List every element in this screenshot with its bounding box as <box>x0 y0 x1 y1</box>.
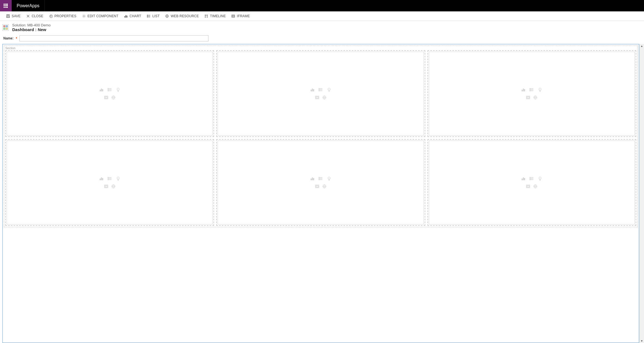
svg-rect-8 <box>127 16 128 17</box>
waffle-icon <box>4 4 8 8</box>
edit-component-button[interactable]: EDIT COMPONENT <box>79 11 121 21</box>
page-title: Dashboard : New <box>12 27 51 32</box>
svg-point-20 <box>205 17 206 17</box>
svg-rect-7 <box>126 15 126 17</box>
command-bar: SAVE CLOSE PROPERTIES EDIT COMPONENT CHA… <box>0 11 644 21</box>
svg-point-21 <box>207 17 208 17</box>
list-icon <box>147 14 151 18</box>
svg-rect-1 <box>7 14 9 16</box>
svg-rect-2 <box>7 16 9 17</box>
dashboard-entity-icon <box>2 24 9 31</box>
svg-point-14 <box>147 17 148 17</box>
page-header: Solution: MB-400 Demo Dashboard : New <box>0 21 644 34</box>
iframe-label: IFRAME <box>237 14 250 18</box>
save-icon <box>6 14 10 18</box>
svg-rect-25 <box>232 15 235 17</box>
svg-point-5 <box>83 15 84 16</box>
app-title: PowerApps <box>12 0 45 11</box>
dashboard-canvas[interactable]: Section <box>2 44 639 44</box>
iframe-icon <box>231 14 235 18</box>
svg-rect-29 <box>3 28 5 30</box>
properties-label: PROPERTIES <box>54 14 76 18</box>
name-row: Name: * <box>0 34 644 44</box>
list-label: LIST <box>152 14 160 18</box>
chart-label: CHART <box>130 14 141 18</box>
svg-point-12 <box>147 15 148 15</box>
vertical-scrollbar[interactable]: ▲ ▼ <box>639 44 644 44</box>
iframe-button[interactable]: IFRAME <box>228 11 253 21</box>
gear-icon <box>49 14 53 18</box>
solution-line: Solution: MB-400 Demo <box>12 23 51 27</box>
web-resource-label: WEB RESOURCE <box>171 14 199 18</box>
chart-button[interactable]: CHART <box>121 11 144 21</box>
close-button[interactable]: CLOSE <box>23 11 46 21</box>
edit-component-label: EDIT COMPONENT <box>88 14 118 18</box>
app-launcher-button[interactable] <box>0 0 12 11</box>
required-indicator: * <box>16 36 17 41</box>
globe-icon <box>165 14 169 18</box>
name-input[interactable] <box>19 35 208 41</box>
svg-point-13 <box>147 16 148 16</box>
scroll-up-icon[interactable]: ▲ <box>640 44 643 44</box>
svg-rect-27 <box>3 25 5 27</box>
svg-rect-28 <box>6 25 8 27</box>
svg-rect-6 <box>125 16 125 17</box>
top-bar: PowerApps <box>0 0 644 11</box>
save-button[interactable]: SAVE <box>3 11 23 21</box>
timeline-label: TIMELINE <box>210 14 226 18</box>
web-resource-button[interactable]: WEB RESOURCE <box>162 11 202 21</box>
list-button[interactable]: LIST <box>144 11 162 21</box>
close-label: CLOSE <box>32 14 43 18</box>
save-label: SAVE <box>12 14 21 18</box>
properties-button[interactable]: PROPERTIES <box>46 11 79 21</box>
close-icon <box>26 14 30 18</box>
svg-point-18 <box>205 15 206 16</box>
svg-rect-30 <box>6 28 8 30</box>
timeline-button[interactable]: TIMELINE <box>202 11 228 21</box>
svg-rect-26 <box>232 15 234 16</box>
chart-icon <box>124 14 128 18</box>
timeline-icon <box>204 14 208 18</box>
svg-point-19 <box>207 15 208 16</box>
name-label: Name: <box>3 36 14 40</box>
gear-icon <box>82 14 86 18</box>
